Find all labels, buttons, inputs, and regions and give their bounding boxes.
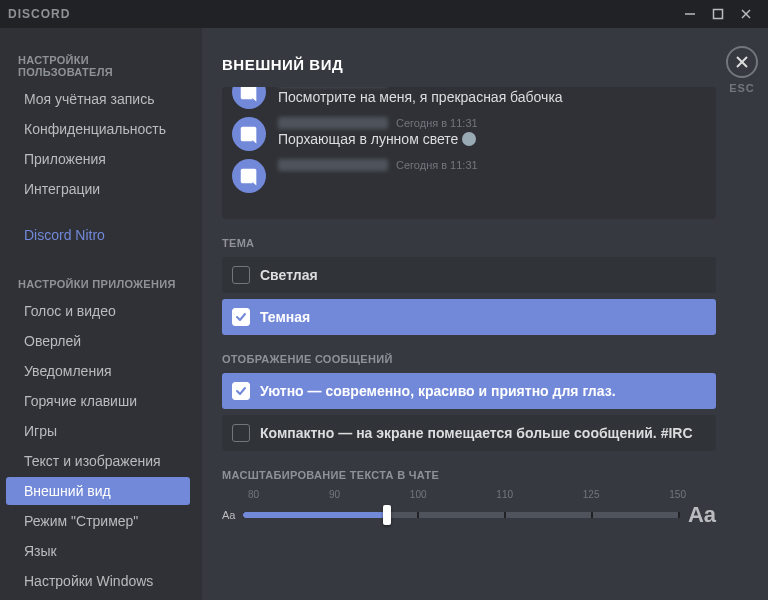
discord-icon [238, 165, 260, 187]
sidebar-item-overlay[interactable]: Оверлей [6, 327, 190, 355]
message-preview: Посмотрите на меня, я прекрасная бабочка… [222, 87, 716, 219]
sidebar-item-voice[interactable]: Голос и видео [6, 297, 190, 325]
display-section-label: ОТОБРАЖЕНИЕ СООБЩЕНИЙ [222, 353, 716, 365]
svg-rect-1 [714, 10, 723, 19]
slider-ticks: 80 90 100 110 125 150 [222, 489, 716, 500]
sidebar-section-app: НАСТРОЙКИ ПРИЛОЖЕНИЯ [0, 272, 196, 296]
discord-icon [238, 123, 260, 145]
checkbox-icon [232, 308, 250, 326]
avatar [232, 87, 266, 109]
display-option-compact[interactable]: Компактно — на экране помещается больше … [222, 415, 716, 451]
window-close-icon[interactable] [732, 3, 760, 25]
preview-message: Сегодня в 11:31 [232, 159, 706, 193]
display-option-label: Уютно — современно, красиво и приятно дл… [260, 383, 616, 399]
preview-message-body: Посмотрите на меня, я прекрасная бабочка [278, 87, 706, 109]
close-label: ESC [729, 82, 755, 94]
sidebar-item-games[interactable]: Игры [6, 417, 190, 445]
checkbox-icon [232, 424, 250, 442]
close-icon [735, 55, 749, 69]
sidebar-item-nitro[interactable]: Discord Nitro [6, 221, 190, 249]
sidebar-item-text-images[interactable]: Текст и изображения [6, 447, 190, 475]
preview-message-time: Сегодня в 11:31 [396, 117, 478, 129]
sidebar-section-user: НАСТРОЙКИ ПОЛЬЗОВАТЕЛЯ [0, 48, 196, 84]
sidebar-item-windows[interactable]: Настройки Windows [6, 567, 190, 595]
slider-tick: 150 [669, 489, 686, 500]
preview-message-time: Сегодня в 11:31 [396, 159, 478, 171]
preview-message-body: Сегодня в 11:31 [278, 159, 706, 193]
slider-thumb[interactable] [383, 505, 391, 525]
sidebar-item-streamer[interactable]: Режим "Стример" [6, 507, 190, 535]
username-blur [278, 117, 388, 129]
slider-tick: 100 [410, 489, 427, 500]
emoji-icon [462, 132, 476, 146]
slider-aa-big: Aa [688, 502, 716, 528]
slider-row: Aa Aa [222, 502, 716, 528]
preview-message: Сегодня в 11:31 Порхающая в лунном свете [232, 117, 706, 151]
sidebar-item-account[interactable]: Моя учётная запись [6, 85, 190, 113]
preview-message-text: Посмотрите на меня, я прекрасная бабочка [278, 89, 706, 105]
slider-fill [243, 512, 387, 518]
sidebar-item-keybinds[interactable]: Горячие клавиши [6, 387, 190, 415]
page-title: ВНЕШНИЙ ВИД [222, 56, 716, 73]
sidebar-item-appearance[interactable]: Внешний вид [6, 477, 190, 505]
app-window: DISCORD НАСТРОЙКИ ПОЛЬЗОВАТЕЛЯ Моя учётн… [0, 0, 768, 600]
window-minimize-icon[interactable] [676, 3, 704, 25]
sidebar-item-notifications[interactable]: Уведомления [6, 357, 190, 385]
checkbox-icon [232, 382, 250, 400]
font-scaling-slider[interactable] [243, 508, 679, 522]
slider-aa-small: Aa [222, 509, 235, 521]
theme-section-label: ТЕМА [222, 237, 716, 249]
app-brand: DISCORD [8, 7, 70, 21]
settings-main: ESC ВНЕШНИЙ ВИД Посмотрите на меня, я пр… [202, 28, 768, 600]
scaling-section-label: МАСШТАБИРОВАНИЕ ТЕКСТА В ЧАТЕ [222, 469, 716, 481]
settings-sidebar: НАСТРОЙКИ ПОЛЬЗОВАТЕЛЯ Моя учётная запис… [0, 28, 202, 600]
sidebar-item-integrations[interactable]: Интеграции [6, 175, 190, 203]
username-blur [278, 159, 388, 171]
sidebar-item-privacy[interactable]: Конфиденциальность [6, 115, 190, 143]
sidebar-item-apps[interactable]: Приложения [6, 145, 190, 173]
display-option-cozy[interactable]: Уютно — современно, красиво и приятно дл… [222, 373, 716, 409]
slider-tick: 90 [329, 489, 340, 500]
theme-option-light[interactable]: Светлая [222, 257, 716, 293]
settings-body: НАСТРОЙКИ ПОЛЬЗОВАТЕЛЯ Моя учётная запис… [0, 28, 768, 600]
window-maximize-icon[interactable] [704, 3, 732, 25]
close-button[interactable] [726, 46, 758, 78]
slider-tick: 125 [583, 489, 600, 500]
sidebar-item-language[interactable]: Язык [6, 537, 190, 565]
theme-option-label: Светлая [260, 267, 318, 283]
slider-tick: 110 [496, 489, 513, 500]
avatar [232, 159, 266, 193]
theme-option-dark[interactable]: Темная [222, 299, 716, 335]
preview-message-text: Порхающая в лунном свете [278, 131, 706, 147]
avatar [232, 117, 266, 151]
font-scaling-control: 80 90 100 110 125 150 Aa Aa [222, 489, 716, 528]
display-option-label: Компактно — на экране помещается больше … [260, 425, 693, 441]
close-column: ESC [726, 46, 758, 94]
titlebar: DISCORD [0, 0, 768, 28]
preview-message: Посмотрите на меня, я прекрасная бабочка [232, 87, 706, 109]
theme-option-label: Темная [260, 309, 310, 325]
checkbox-icon [232, 266, 250, 284]
discord-icon [238, 87, 260, 103]
preview-message-body: Сегодня в 11:31 Порхающая в лунном свете [278, 117, 706, 151]
slider-tick: 80 [248, 489, 259, 500]
